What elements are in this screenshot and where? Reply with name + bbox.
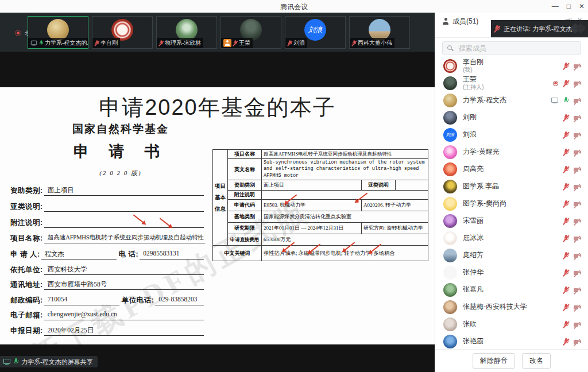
camera-off-icon bbox=[574, 321, 581, 327]
member-row[interactable]: 张慧梅-西安科技大学 bbox=[435, 299, 588, 316]
member-row[interactable]: 张欣 bbox=[435, 316, 588, 333]
avatar bbox=[443, 197, 457, 211]
field-value: 西安市雁塔中路58号 bbox=[44, 280, 204, 290]
member-row[interactable]: 张嘉凡 bbox=[435, 281, 588, 299]
mic-muted-icon bbox=[563, 200, 568, 208]
camera-off-icon bbox=[574, 339, 581, 344]
member-row[interactable]: 图学系 李晶 bbox=[435, 178, 588, 195]
member-row[interactable]: 张仲华 bbox=[435, 264, 588, 281]
video-tile-liulang[interactable]: 刘浪 刘浪 bbox=[285, 16, 346, 49]
member-row[interactable]: 李自刚 (我) bbox=[435, 57, 588, 75]
members-panel: 成员(51) ✕ 李自刚 (我) 王荣 bbox=[435, 13, 588, 372]
camera-off-icon bbox=[574, 201, 581, 207]
screen-share-icon bbox=[31, 41, 37, 46]
field-value: 710054 bbox=[44, 296, 119, 305]
camera-off-icon bbox=[574, 149, 581, 155]
fund-org-title: 国家自然科学基金 bbox=[23, 122, 218, 137]
member-search-box[interactable] bbox=[442, 41, 581, 55]
screen-share-icon bbox=[551, 98, 558, 103]
maximize-icon[interactable]: □ bbox=[567, 0, 571, 13]
video-tile-chengwenjie[interactable]: 力学系-程文杰的... bbox=[28, 16, 88, 49]
camera-off-icon bbox=[574, 253, 581, 258]
application-title: 申 请 书 bbox=[23, 141, 218, 162]
avatar bbox=[443, 59, 457, 73]
mic-muted-icon bbox=[563, 131, 568, 139]
mic-muted-icon bbox=[563, 338, 568, 346]
mic-muted-icon bbox=[563, 166, 568, 173]
mic-on-icon bbox=[39, 40, 43, 46]
speaking-toast-text: 正在讲话: 力学系-程文杰: bbox=[504, 25, 574, 33]
video-tile-dongxiaowei[interactable]: 西科大董小伟 bbox=[349, 16, 410, 49]
host-badge-icon bbox=[223, 39, 231, 47]
shared-document: 重新下载PDF的正式版 申请2020年基金的本子 国家自然科学基金 申 请 书 … bbox=[0, 87, 435, 344]
field-value: 超高速AFPMHS电机转子系统亚同步振动机理及自起动特性 bbox=[44, 234, 205, 243]
avatar bbox=[443, 214, 457, 228]
member-row[interactable]: 刘刚 bbox=[435, 109, 588, 126]
field-value: chengwenjie@xust.edu.cn bbox=[44, 311, 204, 320]
tile-name: 王荣 bbox=[239, 39, 250, 47]
video-tile-songxinlin[interactable]: 物理系-宋欣林 bbox=[156, 16, 217, 49]
member-row[interactable]: 周高亮 bbox=[435, 161, 588, 178]
members-list[interactable]: 李自刚 (我) 王荣 (主持人) 力学系-程文杰 bbox=[435, 57, 588, 349]
avatar bbox=[443, 266, 457, 280]
rename-button[interactable]: 改名 bbox=[522, 353, 551, 369]
person-icon bbox=[442, 18, 449, 25]
minimize-icon[interactable]: — bbox=[552, 0, 559, 13]
field-value: 西安科技大学 bbox=[44, 265, 204, 275]
mic-muted-icon bbox=[233, 40, 237, 46]
mic-muted-icon bbox=[563, 80, 568, 87]
avatar bbox=[443, 145, 457, 159]
members-count-title: 成员(51) bbox=[452, 17, 478, 26]
search-icon bbox=[447, 45, 454, 52]
tile-name: 李自刚 bbox=[100, 39, 118, 47]
camera-off-icon bbox=[574, 132, 581, 138]
member-row[interactable]: 屈冰冰 bbox=[435, 230, 588, 247]
field-value: 面上项目 bbox=[44, 186, 204, 196]
mic-muted-icon bbox=[494, 25, 500, 33]
version-label: (2 0 2 0 版) bbox=[23, 169, 218, 177]
avatar bbox=[443, 300, 457, 314]
field-row: 通讯地址: 西安市雁塔中路58号 bbox=[10, 280, 204, 290]
member-row[interactable]: 力学-黄耀光 bbox=[435, 144, 588, 161]
unmute-button[interactable]: 解除静音 bbox=[473, 353, 515, 369]
avatar bbox=[443, 111, 457, 125]
mic-muted-icon bbox=[563, 269, 568, 277]
field-row: 依托单位: 西安科技大学 bbox=[10, 265, 204, 275]
video-tile-wangrong[interactable]: 王荣 bbox=[220, 16, 281, 49]
member-row[interactable]: 刘浪 刘浪 bbox=[435, 126, 588, 144]
field-row: 电子邮箱: chengwenjie@xust.edu.cn bbox=[10, 311, 204, 320]
screen-share-icon bbox=[3, 359, 10, 365]
window-title: 腾讯会议 bbox=[0, 2, 588, 12]
share-bar-label: 力学系-程文杰的屏幕共享 bbox=[21, 358, 93, 366]
tile-name: 力学系-程文杰的... bbox=[45, 39, 88, 47]
recording-icon bbox=[553, 81, 558, 86]
field-value bbox=[44, 218, 204, 228]
field-value: 2020年02月25日 bbox=[44, 326, 204, 336]
member-row[interactable]: 图学系-樊尚尚 bbox=[435, 195, 588, 212]
table-side-header: 项目基本信息 bbox=[213, 150, 228, 246]
avatar bbox=[443, 249, 457, 262]
camera-off-icon bbox=[574, 115, 581, 121]
camera-off-icon bbox=[574, 270, 581, 276]
field-row: 项目名称: 超高速AFPMHS电机转子系统亚同步振动机理及自起动特性 bbox=[10, 234, 204, 243]
avatar bbox=[443, 162, 457, 176]
camera-off-icon bbox=[574, 98, 581, 103]
mic-muted-icon bbox=[563, 235, 568, 242]
video-tile-liziGang[interactable]: 李自刚 bbox=[92, 16, 153, 49]
avatar bbox=[443, 335, 457, 348]
screen-share-bar: 力学系-程文杰的屏幕共享 bbox=[0, 356, 98, 367]
member-row[interactable]: 庞绍芳 bbox=[435, 247, 588, 264]
member-row[interactable]: 宋雪丽 bbox=[435, 212, 588, 230]
member-row[interactable]: 王荣 (主持人) bbox=[435, 75, 588, 92]
member-row[interactable]: 张艳霞 bbox=[435, 333, 588, 349]
mic-muted-icon bbox=[563, 63, 568, 70]
tile-name: 西科大董小伟 bbox=[358, 39, 392, 47]
search-input[interactable] bbox=[458, 44, 576, 53]
field-row: 申报日期: 2020年02月25日 bbox=[10, 326, 204, 336]
member-row[interactable]: 力学系-程文杰 bbox=[435, 92, 588, 109]
camera-off-icon bbox=[574, 166, 581, 172]
camera-off-icon bbox=[574, 184, 581, 189]
tencent-meeting-window: 腾讯会议 — □ ✕ 录制中 力学系-程文杰的... bbox=[0, 0, 588, 372]
close-icon[interactable]: ✕ bbox=[579, 0, 585, 13]
mic-muted-icon bbox=[563, 183, 568, 191]
